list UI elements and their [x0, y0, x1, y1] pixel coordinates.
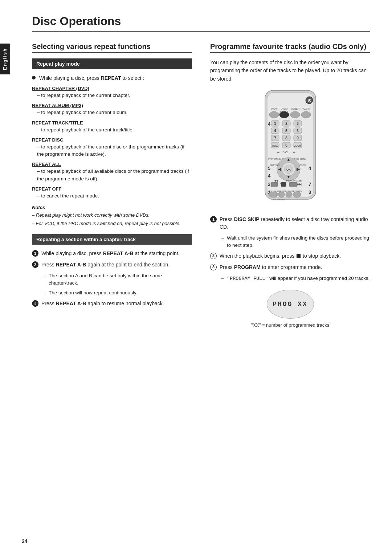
svg-text:8: 8	[285, 136, 287, 140]
svg-text:3: 3	[297, 122, 299, 126]
left-heading-text: Selecting various repeat functions	[32, 42, 151, 50]
note-1: – Repeat play might not work correctly w…	[32, 212, 192, 219]
svg-text:ZOOM: ZOOM	[299, 164, 306, 166]
svg-rect-63	[271, 182, 278, 187]
right-step-3: 3 Press PROGRAM to enter programme mode.	[210, 264, 370, 271]
svg-text:TREBLE: TREBLE	[277, 199, 285, 201]
ab-arrow-2-text: The section will now repeat continuously…	[49, 289, 137, 297]
repeat-all-heading: REPEAT ALL	[32, 162, 192, 167]
repeat-disc-heading: REPEAT DISC	[32, 137, 192, 143]
ab-step-2: 2 Press REPEAT A-B again at the point to…	[32, 261, 192, 269]
ab-arrow-1: → The section A and B can be set only wi…	[41, 272, 192, 287]
right-step-1: 1 Press DISC SKIP repeatedly to select a…	[210, 216, 370, 231]
svg-text:2: 2	[285, 122, 287, 126]
repeat-play-mode-bar: Repeat play mode	[32, 58, 192, 69]
svg-text:ZOOM: ZOOM	[294, 144, 301, 147]
right-arrow-symbol-1: →	[220, 234, 225, 242]
ab-arrow-1-text: The section A and B can be set only with…	[49, 272, 192, 287]
repeat-ab-bar: Repeating a section within a chapter/ tr…	[32, 234, 192, 245]
repeat-all-dash: – to repeat playback of all available di…	[37, 168, 192, 183]
ab-step-2-text: Press REPEAT A-B again at the point to e…	[41, 261, 170, 269]
right-step-1-arrow: → Wait until the system finishes reading…	[220, 234, 370, 249]
right-arrow-3-text: "PROGRAM FULL" will appear if you have p…	[227, 275, 369, 282]
svg-text:OK: OK	[286, 168, 291, 171]
svg-text:0: 0	[285, 143, 287, 147]
svg-text:VOL: VOL	[283, 151, 288, 154]
left-column: Selecting various repeat functions Repea…	[32, 42, 192, 328]
repeat-track-section: REPEAT TRACK/TITLE – to repeat playback …	[32, 120, 192, 134]
svg-text:5: 5	[268, 166, 270, 171]
right-step-2-text: When the playback begins, press to stop …	[220, 252, 341, 260]
svg-point-74	[293, 192, 301, 197]
repeat-track-dash: – to repeat playback of the current trac…	[37, 126, 192, 134]
remote-svg: ⏻ TV/AV DISC/ MEDIA TUNER AUX/IN	[254, 89, 327, 208]
step-3-circle: 3	[32, 300, 38, 307]
ab-step-1-text: While playing a disc, press REPEAT A-B a…	[41, 250, 180, 257]
repeat-disc-dash: – to repeat playback of the current disc…	[37, 143, 192, 158]
svg-text:+: +	[292, 150, 295, 155]
svg-text:9: 9	[297, 136, 299, 140]
svg-text:DISC MENU: DISC MENU	[294, 158, 306, 160]
svg-text:SETTING: SETTING	[270, 164, 279, 166]
svg-text:⏻: ⏻	[307, 99, 311, 102]
svg-text:TUNER: TUNER	[290, 107, 299, 110]
repeat-track-heading: REPEAT TRACK/TITLE	[32, 120, 192, 126]
svg-text:5: 5	[285, 129, 287, 133]
svg-point-9	[269, 111, 279, 118]
right-section-heading: Programme favourite tracks (audio CDs on…	[210, 42, 370, 53]
repeat-album-dash: – to repeat playback of the current albu…	[37, 109, 192, 116]
prog-caption: "XX" = number of programmed tracks	[251, 322, 330, 328]
svg-text:▲: ▲	[286, 157, 291, 162]
repeat-chapter-section: REPEAT CHAPTER (DVD) – to repeat playbac…	[32, 86, 192, 99]
notes-title: Notes	[32, 205, 192, 210]
right-step-1-text: Press DISC SKIP repeatedly to select a d…	[220, 216, 370, 231]
repeat-off-heading: REPEAT OFF	[32, 186, 192, 192]
repeat-off-dash: – to cancel the repeat mode.	[37, 192, 192, 200]
page-number: 24	[22, 538, 28, 544]
svg-point-71	[269, 192, 278, 197]
svg-rect-64	[281, 182, 286, 187]
note-2: – For VCD, if the PBC mode is switched o…	[32, 220, 192, 227]
svg-text:DISC/: DISC/	[281, 107, 287, 110]
ab-arrow-2: → The section will now repeat continuous…	[41, 289, 192, 297]
right-heading-text: Programme favourite tracks (audio CDs on…	[210, 42, 366, 50]
svg-text:3: 3	[309, 189, 311, 195]
ab-step-1: 1 While playing a disc, press REPEAT A-B…	[32, 250, 192, 257]
right-arrow-symbol-3: →	[220, 275, 225, 282]
two-column-layout: Selecting various repeat functions Repea…	[32, 42, 370, 328]
svg-point-12	[301, 111, 311, 118]
svg-text:7: 7	[309, 181, 311, 187]
repeat-chapter-heading: REPEAT CHAPTER (DVD)	[32, 86, 192, 91]
repeat-album-section: REPEAT ALBUM (MP3) – to repeat playback …	[32, 103, 192, 116]
svg-text:TV/AV: TV/AV	[270, 107, 278, 110]
stop-icon	[297, 254, 301, 258]
svg-text:VOICE: VOICE	[270, 199, 277, 201]
ab-step-3: 3 Press REPEAT A-B again to resume norma…	[32, 300, 192, 307]
arrow-symbol-1: →	[41, 272, 46, 280]
svg-text:4: 4	[268, 121, 271, 127]
svg-text:▼: ▼	[286, 174, 291, 179]
svg-text:1: 1	[274, 122, 276, 126]
right-arrow-1-text: Wait until the system finishes reading t…	[227, 234, 370, 249]
ab-step-3-text: Press REPEAT A-B again to resume normal …	[41, 300, 164, 307]
svg-text:◀: ◀	[278, 167, 281, 172]
svg-text:−: −	[276, 150, 279, 155]
repeat-chapter-dash: – to repeat playback of the current chap…	[37, 92, 192, 99]
right-step-1-circle: 1	[210, 216, 217, 223]
page-wrapper: English Disc Operations Selecting variou…	[0, 0, 392, 555]
repeat-album-heading: REPEAT ALBUM (MP3)	[32, 103, 192, 108]
svg-text:4: 4	[274, 129, 276, 133]
svg-text:7: 7	[274, 136, 276, 140]
svg-text:AUX/IN: AUX/IN	[302, 107, 310, 110]
right-step-2: 2 When the playback begins, press to sto…	[210, 252, 370, 260]
svg-text:4: 4	[309, 166, 311, 171]
svg-point-72	[278, 192, 285, 197]
right-step-3-text: Press PROGRAM to enter programme mode.	[220, 264, 322, 271]
repeat-disc-section: REPEAT DISC – to repeat playback of the …	[32, 137, 192, 158]
left-section-heading: Selecting various repeat functions	[32, 42, 192, 53]
page-title: Disc Operations	[32, 15, 370, 32]
language-tab: English	[0, 44, 10, 74]
svg-text:MENU: MENU	[271, 144, 278, 147]
svg-text:▶▶|: ▶▶|	[297, 183, 302, 186]
bullet-circle-icon	[32, 76, 36, 79]
